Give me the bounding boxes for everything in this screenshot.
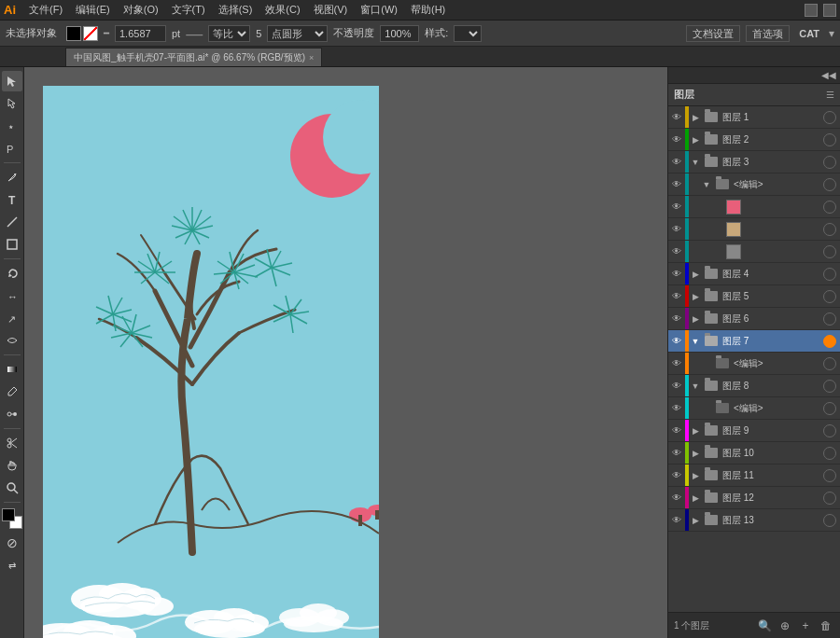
menu-edit[interactable]: 编辑(E) [70, 1, 116, 19]
rotate-tool-button[interactable] [2, 263, 22, 284]
layer-expand-toggle[interactable]: ▶ [689, 270, 702, 279]
lasso-tool-button[interactable]: P [2, 138, 22, 159]
doc-setup-button[interactable]: 文档设置 [686, 25, 740, 42]
layer-target-circle[interactable] [823, 357, 836, 370]
window-minimize-icon[interactable] [805, 4, 818, 17]
layer-target-circle[interactable] [823, 133, 836, 146]
layer-visibility-toggle[interactable]: 👁 [668, 157, 685, 167]
layer-target-circle[interactable] [823, 424, 836, 437]
layer-expand-toggle[interactable]: ▶ [689, 113, 702, 122]
pen-tool-button[interactable] [2, 167, 22, 187]
fill-swatch[interactable] [66, 26, 81, 41]
search-layer-button[interactable]: 🔍 [756, 617, 773, 634]
direct-select-tool-button[interactable] [2, 93, 22, 114]
layer-target-circle[interactable] [823, 178, 836, 191]
layer-visibility-toggle[interactable]: 👁 [668, 112, 685, 122]
layer-row[interactable]: 👁 ▶ [668, 218, 840, 241]
panel-collapse-icon[interactable]: ◀◀ [821, 70, 836, 80]
layer-visibility-toggle[interactable]: 👁 [668, 381, 685, 391]
layer-target-circle[interactable] [823, 156, 836, 169]
document-tab[interactable]: 中国风图_触手机壳07-平面图.ai* @ 66.67% (RGB/预览) × [65, 48, 322, 66]
layers-list[interactable]: 👁 ▶ 图层 1 👁 ▶ 图层 2 👁 ▼ [668, 106, 840, 612]
scissors-tool-button[interactable] [2, 433, 22, 453]
zoom-tool-button[interactable] [2, 478, 22, 498]
layer-visibility-toggle[interactable]: 👁 [668, 201, 685, 212]
no-fill-icon[interactable]: ⊘ [2, 533, 22, 553]
layer-visibility-toggle[interactable]: 👁 [668, 425, 685, 436]
create-sublayer-button[interactable]: ⊕ [777, 617, 793, 634]
layer-row[interactable]: 👁 ▶ [668, 196, 840, 218]
menu-view[interactable]: 视图(V) [308, 1, 354, 19]
layer-visibility-toggle[interactable]: 👁 [668, 224, 685, 234]
new-layer-button[interactable]: + [797, 617, 814, 634]
layer-expand-toggle[interactable]: ▶ [689, 292, 702, 301]
layer-row[interactable]: 👁 ▶ [668, 241, 840, 263]
layer-row[interactable]: 👁 ▶ <编辑> [668, 397, 840, 420]
layer-target-circle[interactable] [823, 380, 836, 393]
tab-close-button[interactable]: × [309, 53, 314, 62]
layer-visibility-toggle[interactable]: 👁 [668, 179, 685, 189]
selection-tool-button[interactable] [2, 71, 22, 91]
panel-menu-icon[interactable]: ☰ [826, 90, 834, 100]
layer-target-circle[interactable] [823, 223, 836, 236]
layer-expand-toggle[interactable]: ▶ [689, 426, 702, 436]
style-select[interactable] [454, 25, 482, 42]
layer-visibility-toggle[interactable]: 👁 [668, 492, 685, 503]
delete-layer-button[interactable]: 🗑 [818, 617, 834, 634]
line-tool-button[interactable] [2, 212, 22, 232]
layer-visibility-toggle[interactable]: 👁 [668, 313, 685, 324]
menu-object[interactable]: 对象(O) [118, 1, 164, 19]
prefs-button[interactable]: 首选项 [746, 25, 790, 42]
layer-row[interactable]: 👁 ▶ 图层 4 [668, 263, 840, 285]
layer-expand-toggle[interactable]: ▶ [689, 493, 702, 503]
layer-target-circle[interactable] [823, 245, 836, 258]
layer-target-circle[interactable] [823, 335, 836, 348]
layer-visibility-toggle[interactable]: 👁 [668, 403, 685, 413]
layer-target-circle[interactable] [823, 201, 836, 214]
stroke-width-input[interactable] [115, 25, 166, 42]
magic-wand-tool-button[interactable]: ⋆ [2, 116, 22, 136]
layer-visibility-toggle[interactable]: 👁 [668, 269, 685, 279]
shape-select[interactable]: 点圆形 [267, 25, 328, 42]
layer-expand-toggle[interactable]: ▼ [689, 158, 702, 167]
layer-row[interactable]: 👁 ▶ 图层 11 [668, 465, 840, 487]
layer-target-circle[interactable] [823, 469, 836, 482]
layer-expand-toggle[interactable]: ▼ [689, 381, 702, 391]
layer-visibility-toggle[interactable]: 👁 [668, 134, 685, 145]
layer-visibility-toggle[interactable]: 👁 [668, 246, 685, 257]
layer-target-circle[interactable] [823, 312, 836, 326]
layer-row[interactable]: 👁 ▼ <编辑> [668, 173, 840, 196]
layer-expand-toggle[interactable]: ▶ [689, 314, 702, 324]
eyedropper-tool-button[interactable] [2, 381, 22, 402]
hand-tool-button[interactable] [2, 455, 22, 476]
layer-expand-toggle[interactable]: ▼ [689, 337, 702, 346]
exchange-colors-icon[interactable]: ⇄ [2, 555, 22, 576]
menu-help[interactable]: 帮助(H) [405, 1, 451, 19]
layer-target-circle[interactable] [823, 447, 836, 460]
layer-target-circle[interactable] [823, 290, 836, 303]
layer-visibility-toggle[interactable]: 👁 [668, 448, 685, 458]
menu-window[interactable]: 窗口(W) [355, 1, 403, 19]
layer-target-circle[interactable] [823, 402, 836, 415]
layer-target-circle[interactable] [823, 111, 836, 124]
layer-row[interactable]: 👁 ▶ 图层 5 [668, 285, 840, 308]
layer-expand-toggle[interactable]: ▶ [689, 471, 702, 480]
layer-row[interactable]: 👁 ▶ 图层 9 [668, 420, 840, 442]
layer-visibility-toggle[interactable]: 👁 [668, 515, 685, 525]
layer-row[interactable]: 👁 ▶ 图层 13 [668, 509, 840, 532]
stroke-swatch[interactable] [83, 26, 98, 41]
layer-target-circle[interactable] [823, 514, 836, 527]
type-tool-button[interactable]: T [2, 189, 22, 210]
layer-expand-toggle[interactable]: ▶ [689, 516, 702, 525]
canvas-area[interactable] [24, 67, 667, 638]
layer-row[interactable]: 👁 ▼ 图层 8 [668, 375, 840, 397]
stroke-type-select[interactable]: 等比 [208, 25, 250, 42]
blend-tool-button[interactable] [2, 404, 22, 424]
layer-row[interactable]: 👁 ▼ 图层 3 [668, 151, 840, 173]
menu-select[interactable]: 选择(S) [213, 1, 259, 19]
layer-visibility-toggle[interactable]: 👁 [668, 291, 685, 301]
scale-tool-button[interactable]: ↗ [2, 308, 22, 328]
menu-type[interactable]: 文字(T) [166, 1, 211, 19]
layer-row[interactable]: 👁 ▼ 图层 7 [668, 330, 840, 353]
opacity-input[interactable] [380, 25, 419, 42]
